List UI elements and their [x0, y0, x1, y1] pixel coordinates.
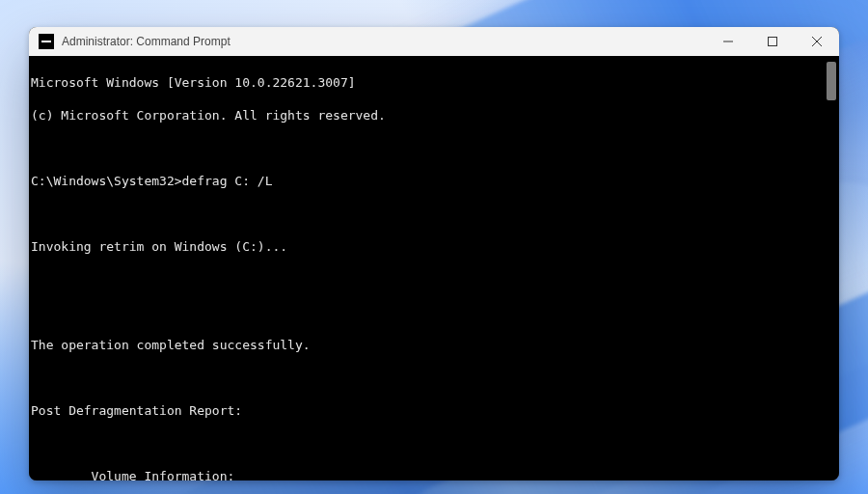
scrollbar-thumb[interactable]: [827, 62, 836, 100]
maximize-icon: [768, 37, 777, 46]
command-prompt-window: Administrator: Command Prompt Microsoft …: [29, 27, 839, 480]
maximize-button[interactable]: [750, 27, 795, 56]
close-icon: [812, 37, 822, 46]
terminal-line: The operation completed successfully.: [29, 337, 839, 353]
terminal-line: Post Defragmentation Report:: [29, 402, 839, 419]
titlebar[interactable]: Administrator: Command Prompt: [29, 27, 839, 56]
command-prompt-icon: [39, 34, 54, 49]
svg-rect-0: [769, 38, 777, 46]
terminal-prompt-line: C:\Windows\System32>defrag C: /L: [29, 173, 839, 189]
window-title: Administrator: Command Prompt: [62, 35, 231, 48]
minimize-button[interactable]: [706, 27, 750, 56]
close-button[interactable]: [795, 27, 839, 56]
terminal-output[interactable]: Microsoft Windows [Version 10.0.22621.30…: [29, 56, 839, 480]
terminal-line: (c) Microsoft Corporation. All rights re…: [29, 107, 839, 124]
minimize-icon: [723, 37, 733, 46]
terminal-line: Microsoft Windows [Version 10.0.22621.30…: [29, 74, 839, 91]
terminal-line: Volume Information:: [29, 468, 839, 480]
terminal-line: Invoking retrim on Windows (C:)...: [29, 238, 839, 255]
scrollbar-track[interactable]: [823, 60, 836, 475]
